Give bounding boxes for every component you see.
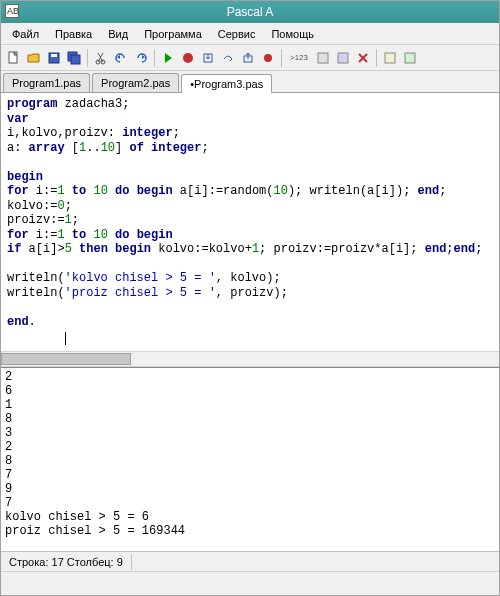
save-all-button[interactable] bbox=[65, 49, 83, 67]
horizontal-scrollbar[interactable] bbox=[1, 351, 499, 367]
menu-service[interactable]: Сервис bbox=[211, 25, 263, 43]
tab-program2[interactable]: Program2.pas bbox=[92, 73, 179, 92]
svg-rect-4 bbox=[71, 55, 80, 64]
bottom-gap bbox=[1, 571, 499, 595]
step-into-button[interactable] bbox=[199, 49, 217, 67]
step-out-button[interactable] bbox=[239, 49, 257, 67]
svg-rect-13 bbox=[385, 53, 395, 63]
stop-button[interactable] bbox=[179, 49, 197, 67]
statusbar: Строка: 17 Столбец: 9 bbox=[1, 551, 499, 571]
svg-rect-14 bbox=[405, 53, 415, 63]
undo-button[interactable] bbox=[112, 49, 130, 67]
menubar: Файл Правка Вид Программа Сервис Помощь bbox=[1, 23, 499, 45]
menu-program[interactable]: Программа bbox=[137, 25, 209, 43]
svg-rect-12 bbox=[338, 53, 348, 63]
svg-rect-2 bbox=[51, 54, 57, 57]
separator bbox=[154, 49, 155, 67]
cut-button[interactable] bbox=[92, 49, 110, 67]
separator bbox=[87, 49, 88, 67]
tab-bar: Program1.pas Program2.pas •Program3.pas bbox=[1, 71, 499, 93]
run-button[interactable] bbox=[159, 49, 177, 67]
code-editor[interactable]: program zadacha3; var i,kolvo,proizv: in… bbox=[1, 93, 499, 351]
step-over-button[interactable] bbox=[219, 49, 237, 67]
titlebar: AB Pascal A bbox=[1, 1, 499, 23]
svg-point-7 bbox=[183, 53, 193, 63]
new-file-button[interactable] bbox=[5, 49, 23, 67]
redo-button[interactable] bbox=[132, 49, 150, 67]
separator bbox=[376, 49, 377, 67]
watch-button[interactable]: >123 bbox=[286, 49, 312, 67]
menu-file[interactable]: Файл bbox=[5, 25, 46, 43]
app-icon: AB bbox=[5, 4, 19, 18]
svg-point-10 bbox=[264, 54, 272, 62]
help-button[interactable] bbox=[401, 49, 419, 67]
tab-program1[interactable]: Program1.pas bbox=[3, 73, 90, 92]
separator bbox=[281, 49, 282, 67]
text-cursor bbox=[65, 332, 66, 345]
svg-rect-11 bbox=[318, 53, 328, 63]
build-button[interactable] bbox=[334, 49, 352, 67]
window-title: Pascal A bbox=[227, 5, 274, 19]
options-button[interactable] bbox=[381, 49, 399, 67]
toolbar: >123 bbox=[1, 45, 499, 71]
menu-help[interactable]: Помощь bbox=[264, 25, 321, 43]
close-button[interactable] bbox=[354, 49, 372, 67]
scrollbar-thumb[interactable] bbox=[1, 353, 131, 365]
tab-program3[interactable]: •Program3.pas bbox=[181, 74, 272, 93]
compile-button[interactable] bbox=[314, 49, 332, 67]
menu-view[interactable]: Вид bbox=[101, 25, 135, 43]
output-panel[interactable]: 2 6 1 8 3 2 8 7 9 7 kolvo chisel > 5 = 6… bbox=[1, 367, 499, 551]
status-position: Строка: 17 Столбец: 9 bbox=[1, 554, 132, 570]
menu-edit[interactable]: Правка bbox=[48, 25, 99, 43]
save-button[interactable] bbox=[45, 49, 63, 67]
breakpoint-button[interactable] bbox=[259, 49, 277, 67]
open-file-button[interactable] bbox=[25, 49, 43, 67]
